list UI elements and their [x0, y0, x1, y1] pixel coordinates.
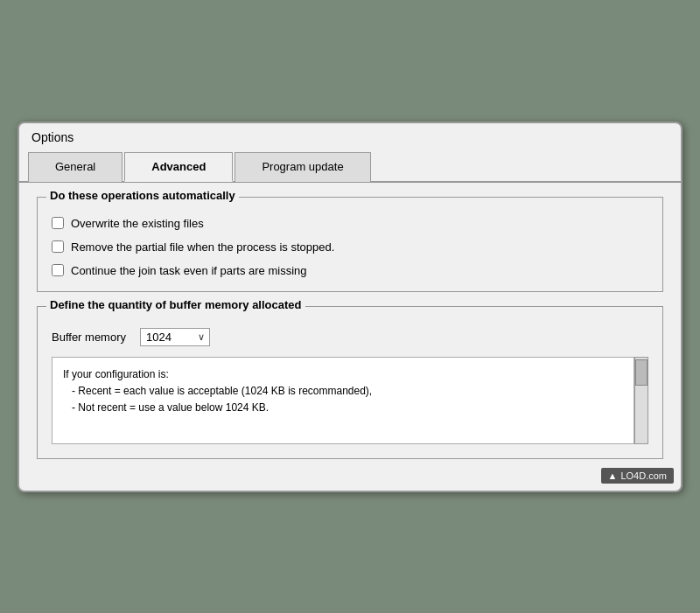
checkbox-item-overwrite: Overwrite the existing files [52, 217, 648, 230]
info-box: If your configuration is: - Recent = eac… [52, 357, 634, 444]
overwrite-label: Overwrite the existing files [71, 217, 204, 230]
window-title: Options [19, 123, 681, 151]
continue-join-checkbox[interactable] [52, 264, 64, 276]
remove-partial-label: Remove the partial file when the process… [71, 240, 334, 254]
checkbox-item-remove: Remove the partial file when the process… [52, 240, 648, 254]
info-text: If your configuration is: - Recent = eac… [63, 368, 372, 414]
remove-partial-checkbox[interactable] [52, 240, 64, 253]
buffer-memory-title: Define the quantity of buffer memory all… [46, 298, 305, 311]
scrollbar[interactable] [634, 357, 648, 444]
tab-advanced[interactable]: Advanced [124, 152, 233, 182]
lo4d-text: LO4D.com [620, 470, 667, 481]
auto-operations-title: Do these operations automatically [46, 189, 239, 202]
overwrite-checkbox[interactable] [52, 217, 64, 229]
buffer-select-wrapper: 512 1024 2048 4096 [140, 328, 210, 346]
buffer-row: Buffer memory 512 1024 2048 4096 [52, 328, 648, 346]
tab-bar: General Advanced Program update [19, 151, 681, 183]
info-area: If your configuration is: - Recent = eac… [52, 357, 648, 444]
content-area: Do these operations automatically Overwr… [19, 183, 681, 491]
continue-join-label: Continue the join task even if parts are… [71, 264, 307, 277]
buffer-select[interactable]: 512 1024 2048 4096 [140, 328, 210, 346]
lo4d-icon: ▲ [608, 470, 618, 481]
tab-program-update[interactable]: Program update [234, 152, 370, 182]
scrollbar-thumb[interactable] [635, 359, 648, 386]
lo4d-badge: ▲ LO4D.com [601, 468, 674, 484]
checkbox-item-continue: Continue the join task even if parts are… [52, 264, 648, 277]
buffer-memory-group: Define the quantity of buffer memory all… [37, 306, 663, 459]
tab-general[interactable]: General [28, 152, 122, 182]
auto-operations-group: Do these operations automatically Overwr… [37, 197, 663, 292]
buffer-label: Buffer memory [52, 331, 126, 344]
